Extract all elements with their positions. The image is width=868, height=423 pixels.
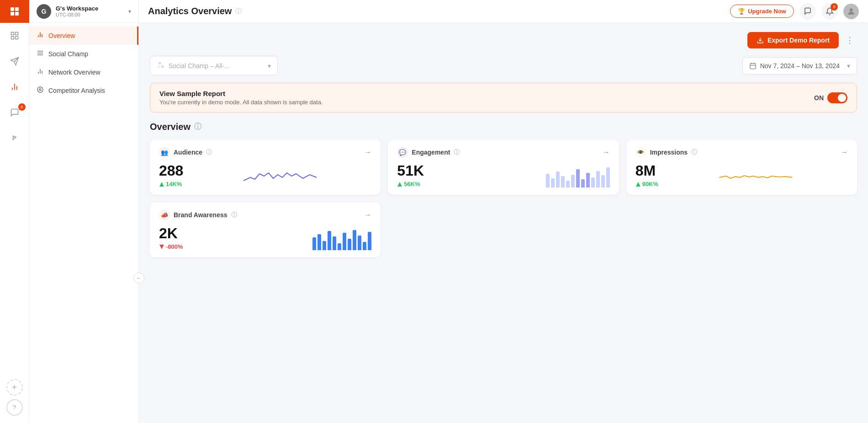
svg-point-25	[39, 89, 41, 91]
sidebar-item-network-overview-label: Network Overview	[48, 69, 101, 76]
sidebar-item-competitor-analysis[interactable]: Competitor Analysis	[29, 81, 138, 100]
svg-rect-7	[15, 37, 18, 39]
demo-mode-toggle[interactable]	[827, 92, 847, 103]
brand-awareness-info-icon[interactable]: ⓘ	[231, 211, 237, 219]
svg-rect-1	[15, 7, 19, 11]
impressions-value: 8M	[635, 163, 658, 178]
audience-value-block: 288 14K%	[159, 163, 183, 187]
engagement-card-title: 💬 Engagement ⓘ	[397, 147, 460, 158]
engagement-info-icon[interactable]: ⓘ	[454, 148, 460, 156]
app-logo	[0, 0, 29, 23]
svg-rect-4	[11, 32, 14, 35]
upgrade-icon: 🏆	[738, 8, 745, 15]
nav-inbox[interactable]: 8	[0, 100, 29, 125]
impressions-change: 90K%	[635, 181, 658, 187]
audience-value: 288	[159, 163, 183, 178]
profile-filter[interactable]: Social Champ – All-... ▾	[150, 56, 278, 75]
audience-icon: 👥	[159, 147, 170, 158]
analytics-topbar: Export Demo Report ⋮	[150, 32, 857, 48]
impressions-value-block: 8M 90K%	[635, 163, 658, 187]
social-champ-icon	[37, 49, 44, 59]
nav-analytics[interactable]	[0, 74, 29, 100]
impressions-card-body: 8M 90K%	[635, 163, 848, 187]
brand-awareness-card: 📣 Brand Awareness ⓘ → 2K -800%	[150, 202, 381, 257]
workspace-info: G G's Workspace UTC-08:00	[37, 4, 98, 19]
audience-card-body: 288 14K%	[159, 163, 371, 187]
sidebar-item-overview[interactable]: Overview	[29, 27, 138, 45]
impressions-card-header: 👁 Impressions ⓘ →	[635, 147, 848, 158]
user-avatar[interactable]	[843, 4, 859, 19]
svg-rect-0	[11, 7, 14, 11]
engagement-value-block: 51K 56K%	[397, 163, 424, 187]
demo-banner-title: View Sample Report	[159, 90, 814, 97]
more-options-button[interactable]: ⋮	[842, 33, 857, 48]
add-button[interactable]: +	[6, 379, 23, 396]
workspace-avatar: G	[37, 4, 51, 19]
metrics-cards-grid: 👥 Audience ⓘ → 288 14K%	[150, 139, 857, 195]
export-button[interactable]: Export Demo Report	[747, 32, 839, 48]
impressions-info-icon[interactable]: ⓘ	[691, 148, 697, 156]
engagement-card: 💬 Engagement ⓘ → 51K 56K%	[388, 139, 619, 195]
sidebar-item-social-champ[interactable]: Social Champ	[29, 45, 138, 63]
date-filter[interactable]: Nov 7, 2024 – Nov 13, 2024 ▾	[742, 57, 857, 75]
sidebar-item-network-overview[interactable]: Network Overview	[29, 63, 138, 81]
actions-row: Export Demo Report ⋮	[747, 32, 857, 48]
filters-row: Social Champ – All-... ▾ Nov 7, 2024 – N…	[150, 56, 857, 75]
workspace-timezone: UTC-08:00	[56, 12, 98, 17]
impressions-card-title: 👁 Impressions ⓘ	[635, 147, 697, 158]
help-icon[interactable]: ⓘ	[235, 7, 242, 16]
impressions-navigate-button[interactable]: →	[841, 148, 848, 156]
workspace-text: G's Workspace UTC-08:00	[56, 5, 98, 17]
notifications-button[interactable]: 8	[821, 3, 838, 20]
nav-dashboard[interactable]	[0, 23, 29, 48]
svg-rect-5	[15, 32, 18, 35]
main-content: Export Demo Report ⋮ Social Champ – All-…	[139, 23, 868, 423]
svg-line-15	[13, 137, 16, 139]
impressions-sparkline	[664, 165, 848, 187]
profile-filter-icon	[157, 61, 165, 70]
audience-sparkline	[189, 165, 371, 187]
sidebar-item-social-champ-label: Social Champ	[48, 50, 88, 58]
audience-navigate-button[interactable]: →	[364, 148, 371, 156]
sidebar-item-competitor-analysis-label: Competitor Analysis	[48, 87, 105, 94]
nav-listen[interactable]	[0, 125, 29, 151]
svg-marker-36	[397, 182, 402, 187]
sidebar: G G's Workspace UTC-08:00 ▾ Overview Soc…	[29, 0, 139, 423]
svg-rect-3	[15, 12, 19, 16]
workspace-dropdown-arrow[interactable]: ▾	[128, 8, 131, 15]
audience-card-title: 👥 Audience ⓘ	[159, 147, 212, 158]
audience-card: 👥 Audience ⓘ → 288 14K%	[150, 139, 381, 195]
demo-banner-text: View Sample Report You're currently in d…	[159, 90, 814, 106]
collapse-sidebar-button[interactable]: ←	[133, 273, 144, 284]
svg-rect-2	[11, 12, 14, 16]
engagement-navigate-button[interactable]: →	[603, 148, 610, 156]
audience-info-icon[interactable]: ⓘ	[206, 148, 212, 156]
brand-awareness-card-body: 2K -800%	[159, 226, 371, 250]
topbar: Analytics Overview ⓘ 🏆 Upgrade Now 8	[139, 0, 868, 23]
icon-bar-bottom: + ?	[6, 379, 23, 416]
demo-banner: View Sample Report You're currently in d…	[150, 83, 857, 112]
brand-awareness-card-title: 📣 Brand Awareness ⓘ	[159, 209, 237, 220]
messages-button[interactable]	[799, 3, 816, 20]
engagement-change: 56K%	[397, 181, 424, 187]
page-title: Analytics Overview	[148, 6, 232, 16]
svg-marker-35	[159, 182, 164, 187]
svg-marker-38	[159, 245, 164, 249]
nav-publish[interactable]	[0, 48, 29, 74]
engagement-card-header: 💬 Engagement ⓘ →	[397, 147, 609, 158]
audience-card-header: 👥 Audience ⓘ →	[159, 147, 371, 158]
brand-awareness-change: -800%	[159, 243, 183, 250]
help-button[interactable]: ?	[6, 399, 23, 416]
upgrade-button[interactable]: 🏆 Upgrade Now	[730, 5, 794, 18]
toggle-on-label: ON	[814, 94, 824, 102]
brand-awareness-navigate-button[interactable]: →	[364, 211, 371, 219]
overview-info-icon[interactable]: ⓘ	[194, 122, 201, 132]
brand-awareness-card-header: 📣 Brand Awareness ⓘ →	[159, 209, 371, 220]
svg-rect-31	[750, 63, 756, 69]
workspace-header[interactable]: G G's Workspace UTC-08:00 ▾	[29, 0, 138, 23]
brand-awareness-barchart	[189, 227, 372, 250]
export-button-label: Export Demo Report	[767, 37, 830, 44]
engagement-icon: 💬	[397, 147, 408, 158]
demo-banner-subtitle: You're currently in demo mode. All data …	[159, 99, 814, 106]
engagement-barchart	[429, 165, 610, 187]
